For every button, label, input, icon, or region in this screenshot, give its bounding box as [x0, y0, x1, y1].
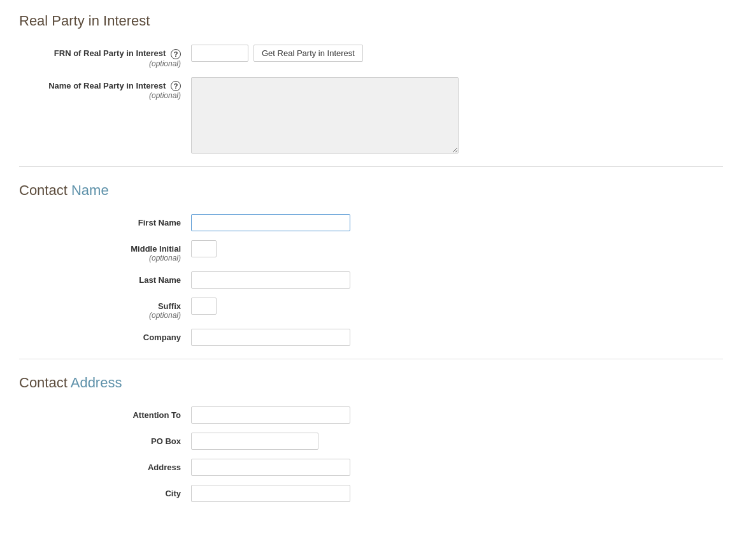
- last-name-input[interactable]: [191, 271, 350, 289]
- frn-controls: Get Real Party in Interest: [191, 45, 723, 62]
- name-real-party-row: Name of Real Party in Interest ? (option…: [19, 77, 723, 154]
- last-name-controls: [191, 271, 723, 289]
- last-name-row: Last Name: [19, 271, 723, 289]
- first-name-label: First Name: [19, 214, 191, 227]
- get-real-party-button[interactable]: Get Real Party in Interest: [253, 45, 363, 62]
- contact-address-section: Contact Address Attention To PO Box Addr…: [19, 375, 723, 502]
- name-real-party-controls: [191, 77, 723, 154]
- contact-address-title-highlight: Address: [71, 375, 122, 391]
- name-optional: (optional): [19, 91, 181, 100]
- suffix-row: Suffix (optional): [19, 298, 723, 320]
- city-row: City: [19, 485, 723, 502]
- company-input[interactable]: [191, 329, 350, 346]
- suffix-label: Suffix (optional): [19, 298, 191, 320]
- suffix-optional: (optional): [19, 311, 181, 320]
- address-row: Address: [19, 459, 723, 476]
- contact-name-section: Contact Name First Name Middle Initial (…: [19, 182, 723, 346]
- divider-1: [19, 166, 723, 167]
- middle-initial-input[interactable]: [191, 240, 217, 257]
- attention-to-controls: [191, 406, 723, 424]
- address-input[interactable]: [191, 459, 350, 476]
- name-real-party-label: Name of Real Party in Interest ? (option…: [19, 77, 191, 101]
- po-box-label: PO Box: [19, 433, 191, 446]
- name-help-icon[interactable]: ?: [171, 81, 181, 91]
- middle-initial-optional: (optional): [19, 254, 181, 262]
- middle-initial-label: Middle Initial (optional): [19, 240, 191, 262]
- po-box-input[interactable]: [191, 433, 318, 450]
- contact-name-title: Contact Name: [19, 182, 723, 201]
- divider-2: [19, 359, 723, 359]
- company-controls: [191, 329, 723, 346]
- attention-to-row: Attention To: [19, 406, 723, 424]
- city-input[interactable]: [191, 485, 350, 502]
- city-controls: [191, 485, 723, 502]
- real-party-title: Real Party in Interest: [19, 13, 723, 32]
- attention-to-input[interactable]: [191, 406, 350, 424]
- frn-label: FRN of Real Party in Interest ? (optiona…: [19, 45, 191, 68]
- address-controls: [191, 459, 723, 476]
- frn-input[interactable]: [191, 45, 248, 62]
- contact-name-title-highlight: Name: [71, 182, 109, 198]
- frn-row: FRN of Real Party in Interest ? (optiona…: [19, 45, 723, 68]
- real-party-title-text: Real Party in Interest: [19, 13, 150, 29]
- last-name-label: Last Name: [19, 271, 191, 285]
- contact-address-title: Contact Address: [19, 375, 723, 394]
- po-box-controls: [191, 433, 723, 450]
- suffix-controls: [191, 298, 723, 315]
- frn-help-icon[interactable]: ?: [171, 49, 181, 59]
- first-name-controls: [191, 214, 723, 231]
- first-name-input[interactable]: [191, 214, 350, 231]
- real-party-section: Real Party in Interest FRN of Real Party…: [19, 13, 723, 154]
- middle-initial-row: Middle Initial (optional): [19, 240, 723, 262]
- first-name-row: First Name: [19, 214, 723, 231]
- contact-address-title-plain: Contact: [19, 375, 71, 391]
- contact-name-title-plain: Contact: [19, 182, 71, 198]
- address-label: Address: [19, 459, 191, 472]
- name-real-party-textarea[interactable]: [191, 77, 459, 154]
- frn-optional: (optional): [19, 59, 181, 68]
- company-label: Company: [19, 329, 191, 342]
- city-label: City: [19, 485, 191, 498]
- company-row: Company: [19, 329, 723, 346]
- suffix-input[interactable]: [191, 298, 217, 315]
- middle-initial-controls: [191, 240, 723, 257]
- po-box-row: PO Box: [19, 433, 723, 450]
- attention-to-label: Attention To: [19, 406, 191, 420]
